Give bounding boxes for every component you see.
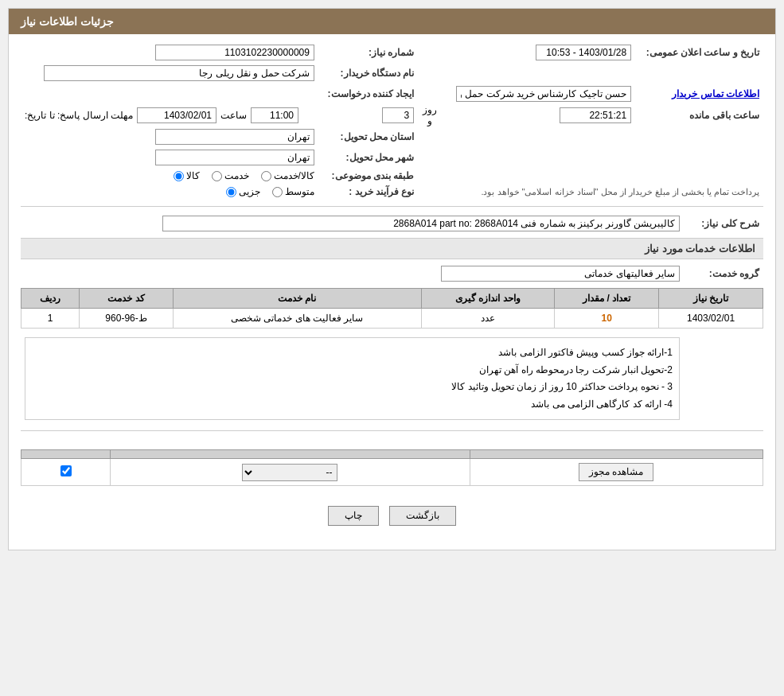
cell-date: 1403/02/01 xyxy=(659,309,763,329)
purchase-type-label: نوع فرآیند خرید : xyxy=(318,184,418,200)
buyer-notes-label xyxy=(684,335,763,422)
permit-status-cell: -- xyxy=(111,459,470,486)
buyer-name-label: نام دستگاه خریدار: xyxy=(318,63,418,84)
province-input[interactable] xyxy=(155,129,314,145)
city-label: شهر محل تحویل: xyxy=(318,147,418,168)
note-2: 2-تحویل انبار شرکت رجا درمحوطه راه آهن ت… xyxy=(32,362,673,379)
main-container: جزئیات اطلاعات نیاز تاریخ و ساعت اعلان ع… xyxy=(8,8,776,550)
content-area: تاریخ و ساعت اعلان عمومی: شماره نیاز: xyxy=(9,34,775,550)
purchase-type-radio-group: متوسط جزیی xyxy=(226,186,314,197)
deadline-time-label: ساعت xyxy=(220,110,247,121)
note-1: 1-ارائه جواز کسب وپیش فاکتور الزامی باشد xyxy=(32,344,673,362)
note-4: 4- ارائه کد کارگاهی الزامی می باشد xyxy=(32,396,673,414)
col-row: ردیف xyxy=(21,289,80,309)
deadline-days-label: روز و xyxy=(423,104,437,126)
deadline-time-input[interactable] xyxy=(251,107,298,123)
services-section-title: اطلاعات خدمات مورد نیاز xyxy=(21,238,763,259)
permit-required-cell xyxy=(21,459,111,486)
info-table: تاریخ و ساعت اعلان عمومی: شماره نیاز: xyxy=(21,42,763,200)
category-option-kala[interactable]: کالا xyxy=(174,170,200,181)
col-code: کد خدمت xyxy=(80,289,174,309)
page-wrapper: جزئیات اطلاعات نیاز تاریخ و ساعت اعلان ع… xyxy=(0,0,784,696)
permit-details-cell: مشاهده مجوز xyxy=(470,459,763,486)
need-desc-table: شرح کلی نیاز: xyxy=(21,213,763,234)
permit-row: مشاهده مجوز -- xyxy=(21,459,763,486)
deadline-date-label: مهلت ارسال پاسخ: تا تاریخ: xyxy=(25,110,133,121)
page-title: جزئیات اطلاعات نیاز xyxy=(21,15,114,28)
permits-section-title xyxy=(21,437,763,445)
table-row: 1403/02/01 10 عدد سایر فعالیت های خدماتی… xyxy=(21,309,763,329)
permits-table: مشاهده مجوز -- xyxy=(21,449,763,486)
category-option-kala-khedmat[interactable]: کالا/خدمت xyxy=(261,170,314,181)
col-name: نام خدمت xyxy=(174,289,422,309)
category-label: طبقه بندی موضوعی: xyxy=(318,168,418,184)
col-date: تاریخ نیاز xyxy=(659,289,763,309)
category-radio-group: کالا/خدمت خدمت کالا xyxy=(174,170,314,181)
purchase-type-desc: پرداخت تمام یا بخشی از مبلغ خریدار از مح… xyxy=(481,187,759,196)
need-desc-label: شرح کلی نیاز: xyxy=(684,213,763,234)
need-number-label: شماره نیاز: xyxy=(318,42,418,63)
col-qty: تعداد / مقدار xyxy=(555,289,659,309)
deadline-days-input[interactable] xyxy=(382,107,414,123)
page-header: جزئیات اطلاعات نیاز xyxy=(9,9,775,34)
buyer-notes-table: 1-ارائه جواز کسب وپیش فاکتور الزامی باشد… xyxy=(21,335,763,422)
print-button[interactable]: چاپ xyxy=(328,506,379,526)
permit-col-required xyxy=(21,450,111,459)
city-input[interactable] xyxy=(155,150,314,165)
permit-status-select[interactable]: -- xyxy=(242,464,337,481)
service-group-label: گروه خدمت: xyxy=(684,263,763,284)
purchase-type-partial[interactable]: جزیی xyxy=(226,186,260,197)
creator-input[interactable] xyxy=(456,86,631,102)
cell-name: سایر فعالیت های خدماتی شخصی xyxy=(174,309,422,329)
cell-qty: 10 xyxy=(555,309,659,329)
service-group-input[interactable] xyxy=(441,266,680,282)
province-label: استان محل تحویل: xyxy=(318,126,418,147)
announce-date-label: تاریخ و ساعت اعلان عمومی: xyxy=(635,42,763,63)
permit-col-details xyxy=(470,450,763,459)
buyer-notes-box: 1-ارائه جواز کسب وپیش فاکتور الزامی باشد… xyxy=(25,337,680,420)
permit-required-checkbox[interactable] xyxy=(60,465,72,476)
services-data-grid: تاریخ نیاز تعداد / مقدار واحد اندازه گیر… xyxy=(21,288,763,329)
buyer-name-input[interactable] xyxy=(44,65,314,81)
remaining-label: ساعت باقی مانده xyxy=(689,110,759,121)
remaining-time-input[interactable] xyxy=(560,107,631,123)
footer-buttons: بازگشت چاپ xyxy=(21,490,763,542)
view-permit-button[interactable]: مشاهده مجوز xyxy=(579,463,653,481)
cell-unit: عدد xyxy=(421,309,555,329)
service-group-table: گروه خدمت: xyxy=(21,263,763,284)
purchase-type-medium[interactable]: متوسط xyxy=(272,186,314,197)
note-3: 3 - نحوه پرداخت حداکثر 10 روز از زمان تح… xyxy=(32,379,673,396)
col-unit: واحد اندازه گیری xyxy=(421,289,555,309)
permit-col-status xyxy=(111,450,470,459)
deadline-date-input[interactable] xyxy=(137,107,216,123)
need-number-input[interactable] xyxy=(155,45,314,60)
cell-row: 1 xyxy=(21,309,80,329)
creator-label: ایجاد کننده درخواست: xyxy=(318,84,418,104)
announce-date-input[interactable] xyxy=(536,45,631,60)
need-desc-input[interactable] xyxy=(162,216,680,231)
back-button[interactable]: بازگشت xyxy=(389,506,456,526)
category-option-khedmat[interactable]: خدمت xyxy=(212,170,249,181)
cell-code: ط-96-960 xyxy=(80,309,174,329)
contact-link[interactable]: اطلاعات تماس خریدار xyxy=(672,88,759,99)
